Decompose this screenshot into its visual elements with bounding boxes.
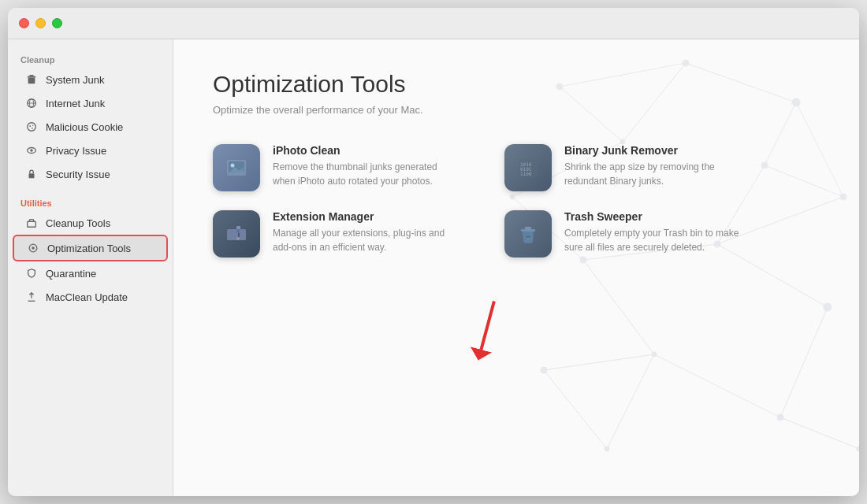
svg-point-9 xyxy=(32,125,33,126)
svg-point-54 xyxy=(231,164,235,168)
svg-rect-63 xyxy=(240,229,246,240)
content-area: Optimization Tools Optimize the overall … xyxy=(173,39,859,496)
tool-card-iphoto[interactable]: iPhoto Clean Remove the thumbnail junks … xyxy=(213,144,457,191)
binary-desc: Shrink the app size by removing the redu… xyxy=(564,160,749,188)
page-subtitle: Optimize the overall performance of your… xyxy=(213,104,820,116)
svg-rect-60 xyxy=(227,229,238,240)
binary-name: Binary Junk Remover xyxy=(564,144,749,157)
cookie-icon xyxy=(25,120,38,133)
main-layout: Cleanup System Junk Internet Junk Malici… xyxy=(8,39,859,496)
tool-card-binary[interactable]: 1010 0101 1100 Binary Junk Remover Shrin… xyxy=(504,144,749,191)
svg-rect-13 xyxy=(28,221,36,227)
briefcase-icon xyxy=(25,217,38,229)
upload-icon xyxy=(25,291,38,303)
cleanup-tools-label: Cleanup Tools xyxy=(46,217,110,229)
macclean-update-label: MacClean Update xyxy=(46,291,128,303)
svg-line-50 xyxy=(544,370,607,449)
svg-point-15 xyxy=(32,246,35,250)
sidebar-item-internet-junk[interactable]: Internet Junk xyxy=(13,91,168,115)
svg-line-47 xyxy=(544,354,654,370)
svg-rect-65 xyxy=(521,229,535,232)
titlebar xyxy=(8,8,859,39)
iphoto-desc: Remove the thumbnail junks generated whe… xyxy=(273,160,457,188)
svg-point-7 xyxy=(29,125,31,127)
iphoto-name: iPhoto Clean xyxy=(273,144,457,157)
svg-text:1100: 1100 xyxy=(520,171,532,176)
svg-point-8 xyxy=(32,128,33,129)
trash-sweeper-icon xyxy=(504,210,552,258)
sidebar-item-privacy-issue[interactable]: Privacy Issue xyxy=(13,139,168,162)
svg-line-35 xyxy=(765,165,843,197)
cleanup-section-label: Cleanup xyxy=(8,49,173,68)
iphoto-icon xyxy=(213,144,260,191)
binary-icon: 1010 0101 1100 xyxy=(504,144,552,191)
utilities-section-label: Utilities xyxy=(8,192,173,211)
trash-sweeper-desc: Completely empty your Trash bin to make … xyxy=(564,226,749,254)
sidebar-item-cleanup-tools[interactable]: Cleanup Tools xyxy=(13,211,168,235)
svg-line-49 xyxy=(780,417,859,449)
extension-desc: Manage all your extensions, plug-ins and… xyxy=(273,226,457,254)
tool-card-extension[interactable]: Extension Manager Manage all your extens… xyxy=(213,210,457,258)
tools-grid: iPhoto Clean Remove the thumbnail junks … xyxy=(213,144,749,258)
svg-line-51 xyxy=(607,354,654,449)
svg-line-34 xyxy=(796,102,843,197)
security-issue-label: Security Issue xyxy=(46,169,110,180)
svg-rect-12 xyxy=(29,173,35,178)
sidebar-item-system-junk[interactable]: System Junk xyxy=(13,68,168,91)
sidebar-item-macclean-update[interactable]: MacClean Update xyxy=(13,285,168,309)
svg-line-46 xyxy=(583,260,654,354)
extension-info: Extension Manager Manage all your extens… xyxy=(273,210,457,254)
svg-point-11 xyxy=(30,149,33,152)
trash-sweeper-info: Trash Sweeper Completely empty your Tras… xyxy=(564,210,749,254)
internet-junk-label: Internet Junk xyxy=(46,98,105,109)
extension-name: Extension Manager xyxy=(273,210,457,223)
app-window: Cleanup System Junk Internet Junk Malici… xyxy=(8,8,859,496)
page-title: Optimization Tools xyxy=(213,71,820,98)
circle-icon xyxy=(27,242,39,254)
trash-icon xyxy=(25,73,38,86)
trash-sweeper-name: Trash Sweeper xyxy=(564,210,749,223)
sidebar-item-security-issue[interactable]: Security Issue xyxy=(13,162,168,186)
svg-rect-2 xyxy=(29,75,33,76)
optimization-tools-label: Optimization Tools xyxy=(47,243,131,254)
binary-info: Binary Junk Remover Shrink the app size … xyxy=(564,144,749,188)
extension-icon xyxy=(213,210,260,258)
tool-card-trash[interactable]: Trash Sweeper Completely empty your Tras… xyxy=(504,210,749,258)
svg-rect-66 xyxy=(525,227,531,229)
quarantine-label: Quarantine xyxy=(46,268,96,280)
svg-line-48 xyxy=(654,354,780,417)
malicious-cookie-label: Malicious Cookie xyxy=(46,121,123,133)
traffic-lights xyxy=(19,18,62,28)
eye-icon xyxy=(25,144,38,157)
system-junk-label: System Junk xyxy=(46,74,104,86)
minimize-button[interactable] xyxy=(35,18,46,28)
svg-rect-1 xyxy=(28,76,36,78)
svg-line-45 xyxy=(780,307,828,417)
sidebar-item-quarantine[interactable]: Quarantine xyxy=(13,261,168,285)
svg-rect-0 xyxy=(28,77,35,83)
sidebar-item-malicious-cookie[interactable]: Malicious Cookie xyxy=(13,115,168,139)
shield-icon xyxy=(25,267,38,280)
privacy-issue-label: Privacy Issue xyxy=(46,145,106,157)
iphoto-info: iPhoto Clean Remove the thumbnail junks … xyxy=(273,144,457,188)
sidebar: Cleanup System Junk Internet Junk Malici… xyxy=(8,39,173,496)
svg-point-6 xyxy=(28,123,36,132)
maximize-button[interactable] xyxy=(52,18,62,28)
sidebar-item-optimization-tools[interactable]: Optimization Tools xyxy=(13,235,168,261)
lock-icon xyxy=(25,168,38,180)
globe-icon xyxy=(25,97,38,109)
close-button[interactable] xyxy=(19,18,29,28)
svg-rect-64 xyxy=(236,237,240,240)
